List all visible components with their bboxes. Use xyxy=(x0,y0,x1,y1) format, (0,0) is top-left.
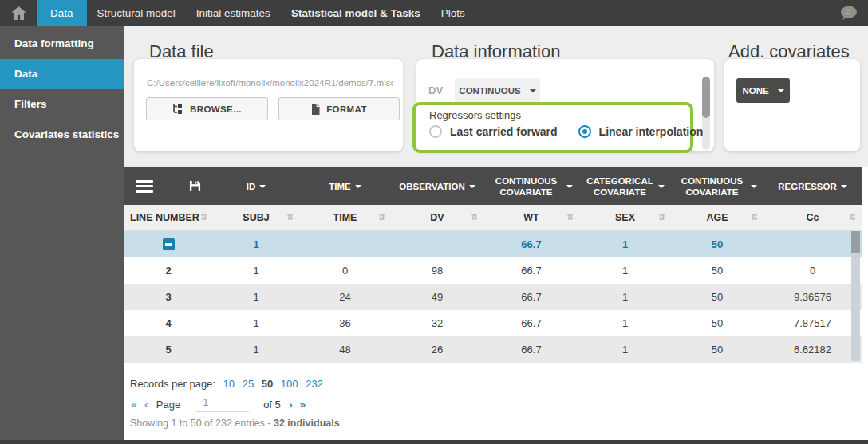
table-cell: 50 xyxy=(671,284,763,310)
table-scrollbar[interactable] xyxy=(851,231,860,361)
dv-type-dropdown[interactable]: CONTINUOUS xyxy=(455,78,540,103)
table-cell: 66.7 xyxy=(483,231,579,257)
showing-entries-text: Showing 1 to 50 of 232 entries - xyxy=(130,418,274,429)
table-cell xyxy=(299,231,391,257)
table-cell xyxy=(763,231,862,257)
tab-statistical-model-tasks[interactable]: Statistical model & Tasks xyxy=(281,0,431,26)
sort-icon[interactable] xyxy=(377,213,387,222)
column-header-label: SUBJ xyxy=(243,212,269,223)
sort-icon[interactable] xyxy=(470,213,479,222)
format-button[interactable]: FORMAT xyxy=(278,97,400,120)
table-cell: 49 xyxy=(391,284,483,310)
data-information-scrollbar[interactable] xyxy=(702,77,710,150)
records-option-25[interactable]: 25 xyxy=(243,378,254,390)
column-header-label: Cc xyxy=(807,212,819,223)
table-cell: 1 xyxy=(579,284,671,310)
table-cell: 0 xyxy=(763,257,862,284)
table-cell: 66.7 xyxy=(483,336,579,363)
tab-structural-model[interactable]: Structural model xyxy=(87,0,186,26)
browse-tree-icon xyxy=(172,104,183,114)
table-row-individual-header[interactable]: 1 66.7 1 50 xyxy=(124,231,862,257)
collapse-row-button[interactable] xyxy=(163,238,175,250)
column-header-sex: SEX xyxy=(579,205,671,230)
table-cell: 66.7 xyxy=(483,257,579,284)
column-header-label: AGE xyxy=(706,212,728,223)
table-row: 5 1 48 26 66.7 1 50 6.62182 xyxy=(124,336,862,363)
column-type-categorical-covariate-dropdown[interactable]: CATEGORICAL COVARIATE xyxy=(579,167,671,205)
sort-icon[interactable] xyxy=(199,213,209,222)
previous-page-button[interactable]: ‹ xyxy=(144,399,148,411)
table-cell: 1 xyxy=(579,257,671,284)
sort-icon[interactable] xyxy=(750,213,760,222)
chevron-down-icon xyxy=(841,185,847,188)
page-number-input[interactable]: 1 xyxy=(195,396,249,412)
table-cell: 50 xyxy=(671,231,763,257)
sort-icon[interactable] xyxy=(566,213,575,222)
column-type-id-dropdown[interactable]: ID xyxy=(213,167,299,205)
chevron-down-icon xyxy=(355,185,361,188)
records-option-100[interactable]: 100 xyxy=(281,378,298,390)
page-count-label: of 5 xyxy=(263,399,281,411)
tab-plots[interactable]: Plots xyxy=(431,0,475,26)
records-option-232[interactable]: 232 xyxy=(306,378,323,390)
individuals-count: 32 individuals xyxy=(274,418,340,429)
column-type-label: CONTINUOUS COVARIATE xyxy=(677,175,747,198)
window-bottom-border xyxy=(0,440,868,444)
format-button-label: FORMAT xyxy=(326,104,367,114)
regressors-options-row: Last carried forward Linear interpolatio… xyxy=(429,125,703,138)
table-cell xyxy=(124,231,213,257)
column-type-label: CONTINUOUS COVARIATE xyxy=(490,175,562,198)
format-file-icon xyxy=(311,104,320,115)
records-option-10[interactable]: 10 xyxy=(223,378,235,390)
column-type-label: TIME xyxy=(329,181,350,192)
dv-label: DV xyxy=(428,84,443,96)
next-page-button[interactable]: › xyxy=(289,399,293,411)
radio-linear-interpolation[interactable] xyxy=(578,125,591,138)
sidebar: Data formatting Data Filters Covariates … xyxy=(0,26,124,440)
sidebar-item-covariates-statistics[interactable]: Covariates statistics xyxy=(0,120,124,150)
table-cell: 1 xyxy=(213,231,299,257)
column-type-regressor-dropdown[interactable]: REGRESSOR xyxy=(763,167,862,205)
sidebar-item-data[interactable]: Data xyxy=(0,59,124,89)
column-type-observation-dropdown[interactable]: OBSERVATION xyxy=(391,167,483,205)
browse-button[interactable]: BROWSE... xyxy=(146,97,268,120)
first-page-button[interactable]: « xyxy=(131,399,137,411)
records-option-50-selected[interactable]: 50 xyxy=(262,378,273,390)
tab-data[interactable]: Data xyxy=(37,0,87,26)
sort-icon[interactable] xyxy=(848,213,858,222)
chevron-down-icon xyxy=(259,185,266,188)
table-cell: 9.36576 xyxy=(763,284,862,310)
column-type-continuous-covariate-dropdown[interactable]: CONTINUOUS COVARIATE xyxy=(483,167,579,205)
add-covariates-dropdown[interactable]: NONE xyxy=(736,78,790,103)
save-icon[interactable] xyxy=(189,180,201,192)
sort-icon[interactable] xyxy=(657,213,667,222)
column-type-label: OBSERVATION xyxy=(399,181,464,192)
radio-linear-interpolation-label[interactable]: Linear interpolation xyxy=(599,125,704,138)
menu-icon[interactable] xyxy=(136,180,153,193)
scrollbar-thumb[interactable] xyxy=(851,231,860,253)
table-column-header-row: LINE NUMBER SUBJ TIME DV WT SEX AGE Cc xyxy=(124,205,862,231)
feedback-chat-icon[interactable] xyxy=(839,6,858,24)
home-icon[interactable] xyxy=(11,6,26,20)
column-header-wt: WT xyxy=(483,205,579,230)
table-cell: 50 xyxy=(671,257,763,284)
add-covariates-dropdown-label: NONE xyxy=(742,86,768,96)
column-type-label: CATEGORICAL COVARIATE xyxy=(586,175,654,198)
table-cell: 1 xyxy=(579,231,671,257)
showing-entries-status: Showing 1 to 50 of 232 entries - 32 indi… xyxy=(130,418,340,429)
radio-last-carried-forward[interactable] xyxy=(429,125,442,138)
sidebar-item-filters[interactable]: Filters xyxy=(0,89,124,120)
data-file-path: C:/Users/celliere/lixoft/monolix/monolix… xyxy=(147,78,393,88)
radio-last-carried-forward-label[interactable]: Last carried forward xyxy=(450,125,558,138)
sort-icon[interactable] xyxy=(286,213,295,222)
table-cell: 32 xyxy=(391,310,483,336)
last-page-button[interactable]: » xyxy=(299,399,306,411)
sidebar-item-data-formatting[interactable]: Data formatting xyxy=(0,29,124,59)
table-toolbar xyxy=(124,167,213,205)
data-file-title: Data file xyxy=(149,41,214,62)
column-type-continuous-covariate-dropdown[interactable]: CONTINUOUS COVARIATE xyxy=(671,167,763,205)
column-type-time-dropdown[interactable]: TIME xyxy=(299,167,391,205)
scrollbar-thumb[interactable] xyxy=(702,77,710,118)
tab-initial-estimates[interactable]: Initial estimates xyxy=(186,0,281,26)
table-cell: 98 xyxy=(391,257,483,284)
